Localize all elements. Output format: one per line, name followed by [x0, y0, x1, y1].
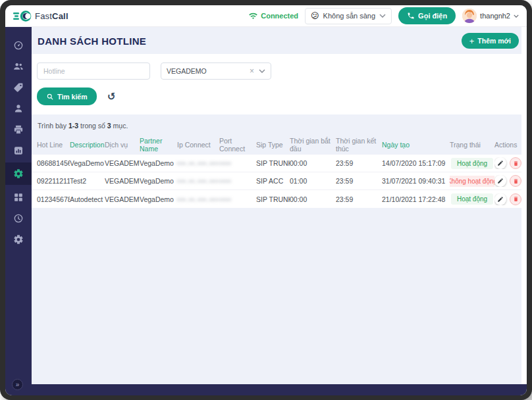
connection-label: Connected [261, 12, 298, 20]
chevron-down-icon [514, 14, 519, 18]
cell-service: VEGADEMO [105, 159, 140, 167]
report-icon [13, 145, 24, 156]
status-badge: Không hoạt động [450, 176, 494, 187]
search-card: VEGADEMO × Tì [32, 54, 527, 114]
sidebar-item-history[interactable] [5, 209, 32, 227]
chevron-down-icon [259, 69, 265, 73]
system-gear-icon [13, 234, 24, 245]
fastcall-logo[interactable]: FastCall [13, 10, 68, 22]
main-content: DANH SÁCH HOTLINE + Thêm mới VEGADEMO × [32, 27, 527, 384]
printer-icon [13, 124, 24, 135]
cell-time-end: 23:59 [336, 195, 382, 203]
connection-status: Connected [248, 12, 298, 20]
sidebar-item-customer[interactable] [5, 99, 32, 117]
chevron-down-icon [379, 14, 386, 18]
reload-icon[interactable]: ↺ [106, 90, 116, 103]
partner-select[interactable]: VEGADEMO × [161, 63, 271, 80]
cell-service: VEGADEMO [105, 195, 140, 203]
cell-ip-redacted: •••.••.•••.••• [177, 195, 219, 203]
cell-hotline: 0922112113 [37, 177, 70, 185]
cell-time-start: 01:00 [290, 177, 336, 185]
user-menu[interactable]: thangnh2 [462, 9, 519, 23]
column-header[interactable]: Dịch vụ [105, 141, 140, 149]
agent-status-label: Không sẵn sàng [323, 12, 376, 20]
column-header[interactable]: Port Connect [219, 137, 256, 153]
search-icon [46, 93, 54, 101]
cell-actions [494, 175, 523, 187]
apps-grid-icon [13, 192, 24, 203]
plus-icon: + [469, 37, 475, 45]
table-row: 0868814566 VegaDemo VEGADEMO VegaDemo ••… [32, 155, 524, 172]
edit-button[interactable] [494, 157, 506, 169]
status-emoji-icon: 😕 [311, 12, 319, 20]
column-header[interactable]: Partner Name [140, 137, 177, 153]
topbar: FastCall Connected 😕 Không sẵn sàng [5, 5, 527, 27]
column-header[interactable]: Hot Line [37, 141, 70, 149]
edit-button[interactable] [494, 175, 506, 187]
sidebar-item-apps[interactable] [5, 188, 32, 206]
trash-icon [513, 178, 519, 184]
logo-text: FastCall [35, 11, 68, 21]
table-row: 0922112113 Test2 VEGADEMO VegaDemo •••.•… [32, 172, 524, 190]
cell-hotline: 0123456789 [37, 195, 70, 203]
table-header-row: Hot LineDescriptionDịch vụPartner NameIp… [32, 135, 524, 155]
cell-partner: VegaDemo [140, 159, 177, 167]
sidebar-item-tags[interactable] [5, 78, 32, 96]
delete-button[interactable] [510, 193, 521, 205]
trash-icon [513, 196, 519, 202]
edit-button[interactable] [494, 193, 506, 205]
column-header[interactable]: Ngày tạo [382, 141, 450, 149]
column-header[interactable]: Ip Connect [177, 141, 219, 149]
column-header[interactable]: Thời gian kết thúc [336, 137, 382, 153]
agent-status-select[interactable]: 😕 Không sẵn sàng [305, 8, 392, 24]
dashboard-icon [13, 40, 24, 51]
cell-status: Hoạt động [450, 193, 494, 205]
cell-time-end: 23:59 [336, 177, 382, 185]
page-header: DANH SÁCH HOTLINE + Thêm mới [32, 27, 527, 54]
settings-icon [13, 168, 24, 179]
history-icon [13, 213, 24, 224]
cell-time-start: 00:00 [290, 159, 336, 167]
cell-partner: VegaDemo [140, 195, 177, 203]
delete-button[interactable] [510, 157, 521, 169]
column-header[interactable]: Sip Type [256, 141, 290, 149]
app-window: FastCall Connected 😕 Không sẵn sàng [5, 5, 527, 395]
pencil-icon [497, 196, 504, 203]
add-new-button[interactable]: + Thêm mới [462, 33, 519, 49]
call-button[interactable]: Gọi điện [398, 7, 456, 24]
pencil-icon [497, 178, 504, 184]
cell-ip-redacted: •••.••.•••.••• [177, 177, 219, 185]
search-button[interactable]: Tìm kiếm [37, 88, 97, 105]
delete-button[interactable] [510, 175, 521, 187]
cell-created-at: 21/10/2021 17:22:48 [382, 195, 450, 203]
sidebar-item-system[interactable] [5, 230, 32, 248]
sidebar-item-dashboard[interactable] [5, 36, 32, 54]
cell-status: Không hoạt động [450, 176, 494, 187]
cell-service: VEGADEMO [105, 177, 140, 185]
sidebar-item-reports[interactable] [5, 141, 32, 159]
cell-time-start: 00:00 [290, 195, 336, 203]
scrollbar-track[interactable] [521, 27, 527, 384]
bottom-bar [5, 384, 527, 395]
cell-sip-type: SIP ACC [256, 177, 290, 185]
cell-ip-redacted: •••.••.•••.••• [177, 159, 219, 167]
cell-actions [494, 193, 523, 205]
hotline-input[interactable] [37, 63, 150, 80]
add-new-label: Thêm mới [477, 37, 511, 45]
page-title: DANH SÁCH HOTLINE [38, 36, 146, 47]
customer-icon [13, 103, 24, 114]
clear-icon[interactable]: × [250, 67, 259, 75]
sidebar-item-settings[interactable] [5, 162, 32, 185]
cell-port-redacted: •••• [219, 159, 256, 167]
column-header[interactable]: Actions [494, 141, 523, 149]
cell-sip-type: SIP TRUNK [256, 195, 290, 203]
avatar [462, 9, 477, 23]
column-header[interactable]: Trạng thái [450, 141, 494, 149]
trash-icon [513, 161, 519, 166]
column-header[interactable]: Description [70, 141, 105, 149]
sidebar-item-devices[interactable] [5, 120, 32, 138]
sidebar-item-agents[interactable] [5, 57, 32, 75]
column-header[interactable]: Thời gian bắt đầu [290, 137, 336, 153]
table-row: 0123456789 Autodetect VEGADEMO VegaDemo … [32, 190, 524, 208]
sidebar-expand-toggle[interactable]: » [12, 379, 23, 390]
